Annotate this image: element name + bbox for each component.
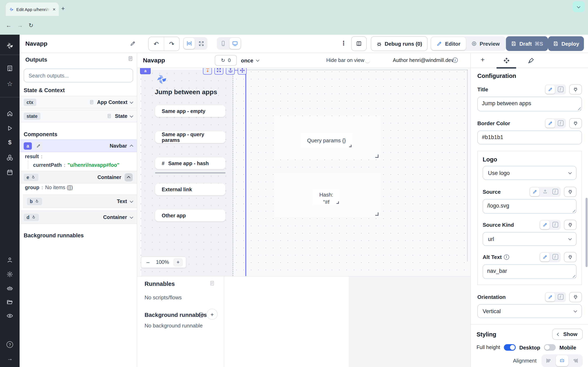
fx-mode-button[interactable]: ƒ — [550, 187, 560, 196]
tab-search-button[interactable] — [572, 1, 585, 12]
collapse-button[interactable] — [125, 173, 133, 181]
canvas-grid[interactable]: Jump between apps Same app - empty Same … — [137, 68, 470, 276]
tab-close-icon[interactable]: × — [53, 7, 56, 12]
query-params-text[interactable]: Query params {} — [301, 133, 352, 148]
browser-tab[interactable]: Edit App u/henri/navapp | Win × — [6, 2, 59, 16]
static-mode-button[interactable] — [545, 119, 555, 127]
info-icon[interactable]: i — [199, 312, 204, 318]
static-mode-button[interactable] — [545, 85, 555, 94]
nav-link-other-app[interactable]: Other app — [155, 210, 225, 221]
tab-styling-icon[interactable] — [527, 57, 535, 64]
connect-plug-button[interactable] — [569, 118, 582, 128]
reload-icon[interactable]: ↻ — [29, 22, 33, 29]
edit-id-button[interactable] — [35, 142, 43, 150]
static-mode-button[interactable] — [545, 292, 555, 301]
refresh-count-box[interactable]: ↻ 0 — [215, 55, 237, 66]
variables-icon[interactable]: $ — [8, 139, 12, 146]
fx-mode-button[interactable]: ƒ — [556, 85, 565, 94]
align-center-button[interactable] — [556, 355, 568, 366]
connect-plug-button[interactable] — [569, 292, 582, 302]
back-icon[interactable]: ← — [6, 22, 11, 29]
debug-runs-button[interactable]: Debug runs (0) — [371, 36, 427, 51]
fx-mode-button[interactable]: ƒ — [550, 253, 560, 261]
move-tool[interactable] — [238, 68, 247, 75]
resize-grip[interactable] — [349, 145, 352, 147]
tab-preview[interactable]: Preview — [466, 37, 505, 50]
chevron-down-icon[interactable] — [130, 100, 133, 104]
chevron-down-icon[interactable] — [130, 215, 133, 218]
info-icon[interactable]: i — [504, 254, 509, 259]
anchor-tool[interactable] — [226, 68, 235, 75]
new-tab-button[interactable]: + — [61, 5, 65, 11]
mobile-view-button[interactable] — [218, 38, 229, 49]
static-mode-button[interactable] — [540, 220, 550, 229]
logo-select[interactable]: Use logo — [483, 166, 577, 180]
navbar-component[interactable]: Jump between apps Same app - empty Same … — [141, 70, 233, 276]
nav-link-query-params[interactable]: Same app - query params — [155, 131, 225, 143]
config-scrollbar[interactable] — [586, 198, 588, 267]
connect-plug-button[interactable] — [564, 220, 577, 230]
output-row-ctx[interactable]: ctx App Context — [20, 96, 137, 108]
mobile-toggle[interactable] — [544, 344, 556, 351]
fullscreen-tool[interactable] — [214, 68, 223, 75]
fx-mode-button[interactable]: ƒ — [556, 119, 565, 127]
undo-button[interactable]: ↶ — [149, 37, 164, 51]
favorites-star-icon[interactable]: ☆ — [7, 81, 13, 87]
title-input[interactable]: Jump between apps — [477, 97, 582, 111]
hash-container[interactable]: Hash: "#f — [276, 173, 379, 217]
chevron-up-icon[interactable] — [130, 145, 133, 148]
users-icon[interactable] — [6, 257, 13, 263]
nav-link-external[interactable]: External link — [155, 184, 225, 195]
resize-grip[interactable] — [375, 212, 379, 216]
draft-button[interactable]: Draft ⌘S — [506, 36, 548, 51]
source-kind-select[interactable]: url — [483, 232, 577, 246]
connect-plug-button[interactable] — [569, 84, 582, 94]
runs-icon[interactable] — [6, 125, 13, 132]
source-input[interactable]: /logo.svg — [483, 199, 577, 214]
home-icon[interactable] — [6, 110, 13, 117]
deploy-button[interactable]: Deploy — [548, 36, 584, 51]
tab-settings-icon[interactable] — [503, 57, 510, 64]
full-height-toggle[interactable] — [504, 344, 516, 351]
workers-icon[interactable] — [6, 285, 13, 292]
border-color-input[interactable]: #b1b1b1 — [477, 131, 582, 144]
search-outputs-input[interactable] — [24, 68, 133, 82]
info-icon[interactable]: i — [452, 58, 458, 63]
zoom-out-button[interactable]: − — [144, 259, 152, 266]
expand-rail-icon[interactable]: → — [7, 355, 13, 362]
nav-link-same-app-empty[interactable]: Same app - empty — [155, 105, 225, 117]
show-styling-button[interactable]: Show — [552, 329, 583, 340]
component-row-d[interactable]: d Container — [20, 210, 137, 224]
help-icon[interactable]: ? — [7, 341, 13, 348]
chevron-down-icon[interactable] — [130, 199, 133, 203]
folders-icon[interactable] — [6, 299, 13, 305]
component-row-b[interactable]: b Text — [23, 194, 137, 208]
query-params-container[interactable]: Query params {} — [276, 116, 379, 159]
static-mode-button[interactable] — [530, 187, 539, 196]
schedules-icon[interactable] — [6, 169, 13, 176]
rename-pencil-icon[interactable] — [130, 40, 136, 47]
tab-insert-icon[interactable]: + — [481, 56, 485, 64]
hash-text[interactable]: Hash: "#f — [313, 189, 340, 205]
upload-mode-button[interactable] — [540, 187, 550, 196]
output-row-state[interactable]: state State — [20, 110, 137, 122]
resize-grip[interactable] — [337, 201, 339, 204]
centered-layout-button[interactable] — [184, 38, 195, 49]
chevron-down-icon[interactable] — [130, 114, 133, 117]
workspace-icon[interactable] — [6, 65, 13, 72]
tab-editor[interactable]: Editor — [431, 37, 466, 50]
connect-plug-button[interactable] — [564, 187, 577, 197]
more-menu-icon[interactable]: ⋮ — [341, 40, 347, 47]
expand-down-tool[interactable] — [203, 68, 212, 75]
fx-mode-button[interactable]: ƒ — [556, 292, 565, 301]
refresh-mode-dropdown[interactable]: once — [241, 55, 259, 66]
orientation-select[interactable]: Vertical — [477, 304, 582, 318]
alt-text-input[interactable]: nav_bar — [483, 264, 577, 279]
static-mode-button[interactable] — [540, 253, 550, 261]
fullwidth-layout-button[interactable] — [196, 38, 207, 49]
forward-icon[interactable]: → — [17, 22, 23, 29]
desktop-view-button[interactable] — [229, 38, 241, 49]
docs-button[interactable] — [351, 36, 367, 51]
zoom-in-button[interactable]: + — [173, 258, 183, 267]
fx-mode-button[interactable]: ƒ — [550, 220, 560, 229]
